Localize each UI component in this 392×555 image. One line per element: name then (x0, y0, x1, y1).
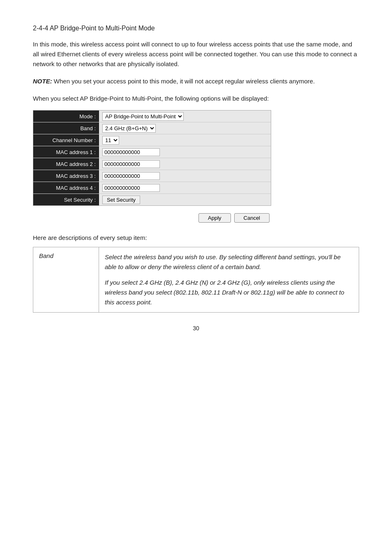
descriptions-title: Here are descriptions of every setup ite… (33, 234, 359, 241)
table-row: Band Select the wireless band you wish t… (33, 247, 359, 313)
security-row: Set Security : Set Security (33, 194, 271, 205)
mac3-label: MAC address 3 : (33, 170, 99, 182)
mac1-value (99, 146, 271, 158)
mac4-row: MAC address 4 : (33, 182, 271, 194)
mac2-input[interactable] (102, 160, 160, 168)
mac4-input[interactable] (102, 184, 160, 192)
band-label: Band : (33, 122, 99, 134)
mac3-value (99, 170, 271, 182)
mac2-value (99, 158, 271, 170)
channel-select[interactable]: 11 (102, 136, 119, 145)
channel-label: Channel Number : (33, 134, 99, 146)
mac1-input[interactable] (102, 148, 160, 156)
note-label: NOTE: (33, 78, 52, 85)
intro-paragraph: In this mode, this wireless access point… (33, 39, 359, 69)
set-security-button[interactable]: Set Security (102, 196, 140, 204)
term-band: Band (33, 247, 99, 313)
note-text: When you set your access point to this m… (52, 78, 315, 85)
mac4-value (99, 182, 271, 193)
mac3-row: MAC address 3 : (33, 170, 271, 182)
mode-value: AP Bridge-Point to Multi-Point (99, 111, 271, 122)
mac2-row: MAC address 2 : (33, 158, 271, 170)
desc-band-para2: If you select 2.4 GHz (B), 2.4 GHz (N) o… (105, 278, 353, 307)
mode-row: Mode : AP Bridge-Point to Multi-Point (33, 111, 271, 122)
action-row: Apply Cancel (33, 210, 271, 224)
apply-button[interactable]: Apply (198, 213, 231, 223)
band-row: Band : 2.4 GHz (B+G+N) (33, 122, 271, 134)
security-value: Set Security (99, 194, 271, 205)
channel-row: Channel Number : 11 (33, 134, 271, 146)
desc-band: Select the wireless band you wish to use… (99, 247, 359, 313)
mac1-row: MAC address 1 : (33, 146, 271, 158)
section-title: 2-4-4 AP Bridge-Point to Multi-Point Mod… (33, 25, 359, 32)
security-label: Set Security : (33, 194, 99, 205)
mac2-label: MAC address 2 : (33, 158, 99, 170)
mac3-input[interactable] (102, 172, 160, 180)
options-intro: When you select AP Bridge-Point to Multi… (33, 94, 359, 104)
descriptions-table: Band Select the wireless band you wish t… (33, 247, 359, 313)
cancel-button[interactable]: Cancel (234, 213, 270, 223)
mode-select[interactable]: AP Bridge-Point to Multi-Point (102, 112, 184, 121)
note-block: NOTE: When you set your access point to … (33, 76, 359, 86)
channel-value: 11 (99, 134, 271, 146)
page-number: 30 (33, 325, 359, 332)
desc-band-para1: Select the wireless band you wish to use… (105, 252, 353, 272)
band-select[interactable]: 2.4 GHz (B+G+N) (102, 124, 156, 133)
mac4-label: MAC address 4 : (33, 182, 99, 193)
config-box: Mode : AP Bridge-Point to Multi-Point Ba… (33, 110, 271, 206)
band-value: 2.4 GHz (B+G+N) (99, 122, 271, 134)
mode-label: Mode : (33, 111, 99, 122)
mac1-label: MAC address 1 : (33, 146, 99, 158)
